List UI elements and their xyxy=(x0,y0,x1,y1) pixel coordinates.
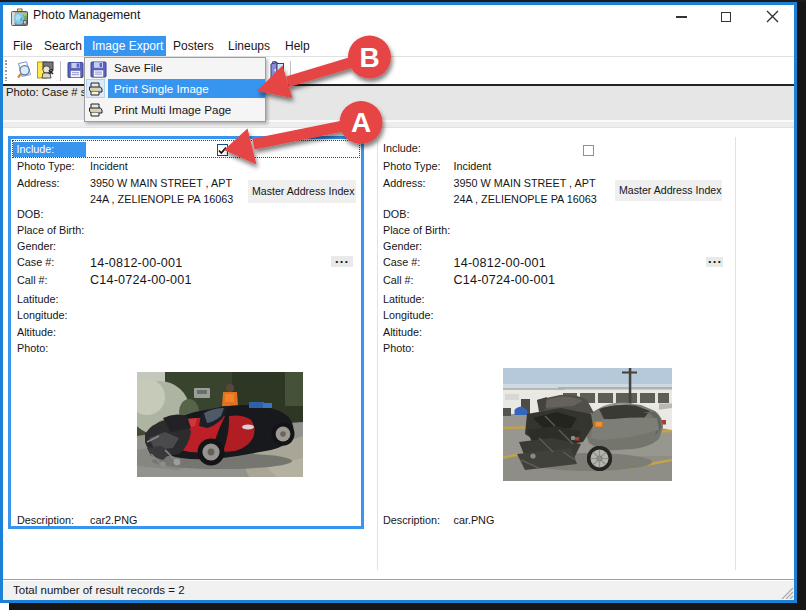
svg-text:B: B xyxy=(359,42,379,73)
svg-text:A: A xyxy=(351,107,371,138)
